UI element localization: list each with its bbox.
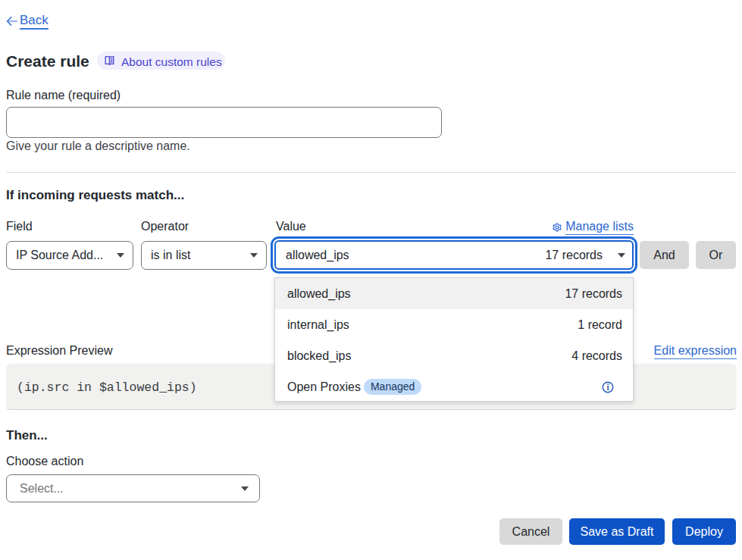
- svg-text:i: i: [606, 383, 609, 392]
